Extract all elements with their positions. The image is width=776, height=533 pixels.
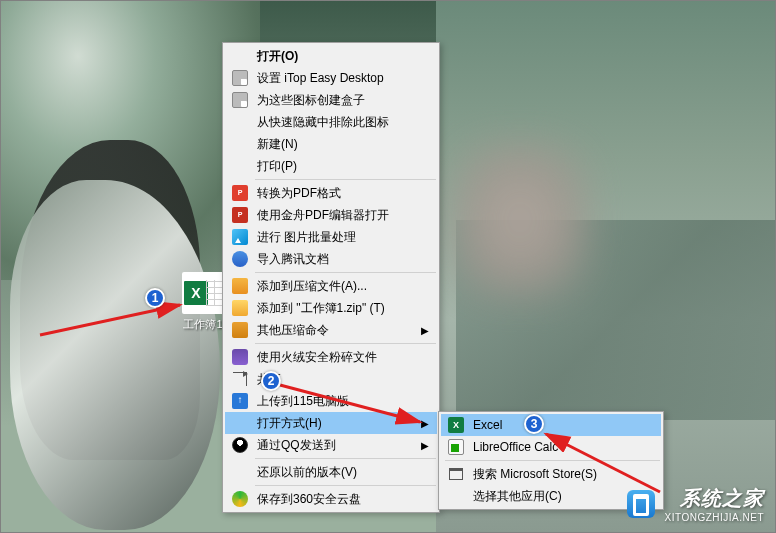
excel-file-glyph: X xyxy=(182,272,224,314)
share-icon xyxy=(229,370,251,388)
submenu-excel[interactable]: X Excel xyxy=(441,414,661,436)
menu-separator xyxy=(445,460,660,461)
excel-badge-letter: X xyxy=(184,281,208,305)
qq-icon xyxy=(229,436,251,454)
grid-icon xyxy=(229,69,251,87)
chevron-right-icon: ▶ xyxy=(421,418,429,429)
menu-create-box[interactable]: 为这些图标创建盒子 xyxy=(225,89,437,111)
menu-jinzhou-pdf[interactable]: P 使用金舟PDF编辑器打开 xyxy=(225,204,437,226)
menu-separator xyxy=(255,343,436,344)
watermark-logo-icon xyxy=(627,490,655,518)
menu-add-zip-a[interactable]: 添加到压缩文件(A)... xyxy=(225,275,437,297)
menu-itop-desktop[interactable]: 设置 iTop Easy Desktop xyxy=(225,67,437,89)
menu-separator xyxy=(255,458,436,459)
upload-icon xyxy=(229,392,251,410)
menu-separator xyxy=(255,272,436,273)
wallpaper-blur-censor xyxy=(450,140,590,300)
watermark: 系统之家 XITONGZHIJIA.NET xyxy=(627,485,764,523)
menu-separator xyxy=(255,485,436,486)
image-icon xyxy=(229,228,251,246)
archive-icon xyxy=(229,299,251,317)
menu-share[interactable]: 共享 xyxy=(225,368,437,390)
menu-add-zip-named[interactable]: 添加到 "工作簿1.zip" (T) xyxy=(225,297,437,319)
grid-icon xyxy=(229,91,251,109)
menu-print[interactable]: 打印(P) xyxy=(225,155,437,177)
annotation-badge-2: 2 xyxy=(261,371,281,391)
chevron-right-icon: ▶ xyxy=(421,440,429,451)
annotation-badge-3: 3 xyxy=(524,414,544,434)
pdf-icon: P xyxy=(229,184,251,202)
menu-open-with[interactable]: 打开方式(H) ▶ xyxy=(225,412,437,434)
ms-store-icon xyxy=(445,465,467,483)
menu-exclude-hide[interactable]: 从快速隐藏中排除此图标 xyxy=(225,111,437,133)
annotation-badge-1: 1 xyxy=(145,288,165,308)
excel-icon: X xyxy=(445,416,467,434)
menu-qq-send[interactable]: 通过QQ发送到 ▶ xyxy=(225,434,437,456)
menu-upload-115[interactable]: 上传到115电脑版 xyxy=(225,390,437,412)
submenu-libreoffice[interactable]: LibreOffice Calc xyxy=(441,436,661,458)
chevron-right-icon: ▶ xyxy=(421,325,429,336)
menu-separator xyxy=(255,179,436,180)
archive-icon xyxy=(229,321,251,339)
libreoffice-calc-icon xyxy=(445,438,467,456)
desktop-file-icon[interactable]: X 工作簿1 xyxy=(180,272,226,332)
menu-other-zip[interactable]: 其他压缩命令 ▶ xyxy=(225,319,437,341)
archive-icon xyxy=(229,277,251,295)
menu-restore-versions[interactable]: 还原以前的版本(V) xyxy=(225,461,437,483)
huorong-icon xyxy=(229,348,251,366)
360-cloud-icon xyxy=(229,490,251,508)
menu-save-360[interactable]: 保存到360安全云盘 xyxy=(225,488,437,510)
tencent-doc-icon xyxy=(229,250,251,268)
pdf-editor-icon: P xyxy=(229,206,251,224)
context-menu: 打开(O) 设置 iTop Easy Desktop 为这些图标创建盒子 从快速… xyxy=(222,42,440,513)
menu-to-pdf[interactable]: P 转换为PDF格式 xyxy=(225,182,437,204)
menu-new[interactable]: 新建(N) xyxy=(225,133,437,155)
menu-open[interactable]: 打开(O) xyxy=(225,45,437,67)
menu-tencent-doc[interactable]: 导入腾讯文档 xyxy=(225,248,437,270)
watermark-title: 系统之家 xyxy=(665,485,765,512)
submenu-search-store[interactable]: 搜索 Microsoft Store(S) xyxy=(441,463,661,485)
menu-huorong-shred[interactable]: 使用火绒安全粉碎文件 xyxy=(225,346,437,368)
watermark-url: XITONGZHIJIA.NET xyxy=(665,512,765,523)
menu-open-label: 打开(O) xyxy=(251,48,429,65)
menu-batch-image[interactable]: 进行 图片批量处理 xyxy=(225,226,437,248)
desktop-file-label: 工作簿1 xyxy=(180,317,226,332)
